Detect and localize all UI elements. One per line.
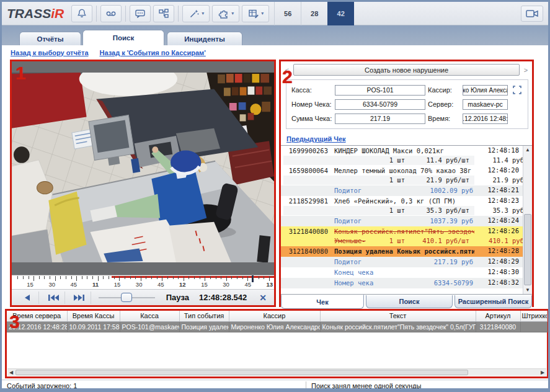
ruler-tick	[151, 276, 152, 279]
select-cashier-button[interactable]	[510, 85, 524, 95]
plugins-puzzle-button[interactable]: ▾	[212, 5, 239, 22]
hscroll-right-arrow[interactable]: ▶	[539, 369, 546, 376]
panel-tab-Расширенный Поиск[interactable]: Расширенный Поиск	[455, 295, 532, 308]
tab-Инциденты[interactable]: Инциденты	[167, 32, 242, 45]
field-value[interactable]: 29.12.2016 12:48:06	[463, 114, 508, 124]
previous-check-link[interactable]: Предыдущий Чек	[286, 135, 346, 143]
tab-Поиск[interactable]: Поиск	[82, 30, 164, 45]
receipt-item-name: КИНДЕР ШОКОЛАД Макси 0,021кг	[328, 146, 474, 156]
receipt-summary-amount	[473, 268, 474, 277]
receipt-sum: 11.4 руб	[469, 156, 524, 165]
status-bar: Событий загружено: 1 Поиск занял менее о…	[2, 380, 548, 391]
receipt-item-row[interactable]: 12:48:201659800064Меллер темный шоколад …	[281, 166, 523, 185]
receipt-item-name: Коньяк российск.пятилет"Пять звездочек" …	[328, 227, 474, 236]
toolbar-separator	[178, 6, 179, 22]
event-table-row[interactable]: 29.12.2016 12:48:2810.09.2011 17:58:21PO…	[7, 321, 547, 332]
event-cell: Коньяк российск.пятилет"Пять звездочек" …	[320, 321, 476, 332]
alarm-bell-icon	[76, 7, 88, 20]
ruler-tick	[264, 276, 264, 279]
field-value[interactable]: POS-101	[335, 85, 425, 96]
voicemail-button[interactable]	[100, 5, 122, 22]
scroll-down-arrow[interactable]: ▼	[523, 286, 532, 294]
column-header-Касса[interactable]: Касса	[120, 311, 179, 321]
receipt-summary-row[interactable]: 12:48:29Подитог217.19 руб	[281, 257, 523, 267]
messages-button[interactable]	[130, 5, 151, 22]
ruler-label: 12	[179, 281, 186, 288]
receipt-item-row[interactable]: 12:48:181699900263КИНДЕР ШОКОЛАД Макси 0…	[281, 146, 523, 166]
horizontal-scrollbar[interactable]: ◀ ▶	[7, 368, 546, 376]
event-cell: Мироненко Юлия Александровна	[229, 321, 320, 332]
receipt-time: 12:48:20	[487, 166, 519, 174]
counter-42[interactable]: 42	[327, 2, 354, 25]
receipt-name-wrap	[283, 176, 368, 185]
receipt-item-row[interactable]: 12:48:263121840080Коньяк российск.пятиле…	[281, 226, 523, 246]
column-header-Тип события[interactable]: Тип события	[179, 311, 229, 321]
column-header-Время Кассы[interactable]: Время Кассы	[67, 311, 120, 321]
hscroll-left-arrow[interactable]: ◀	[7, 369, 15, 376]
receipt-price: 11.4 руб/шт	[405, 156, 469, 165]
receipt-summary-line: Номер чека6334-50799	[283, 278, 474, 288]
video-region: 153045111530451215304513 Пауза 12:48:28.…	[10, 60, 276, 307]
receipt-article: 2118529981	[283, 197, 328, 206]
event-cell: POS-101@maskaev-pc	[120, 321, 179, 332]
speed-slider[interactable]	[99, 292, 155, 304]
ruler-tick	[200, 276, 200, 279]
receipt-summary-row[interactable]: 12:48:30Конец чека	[281, 267, 523, 278]
receipt-summary-line: Подитог1037.39 руб	[283, 216, 474, 226]
ruler-label: 15	[201, 281, 208, 288]
receipt-sum: 410.1 руб	[469, 236, 524, 246]
slider-thumb[interactable]	[121, 293, 132, 302]
jump-end-button[interactable]	[68, 292, 91, 304]
ruler-tick	[92, 276, 93, 279]
next-violation-button[interactable]: >	[523, 66, 529, 74]
panel-tab-Чек[interactable]: Чек	[281, 295, 364, 309]
close-player-button[interactable]: ✕	[259, 293, 267, 303]
field-value[interactable]: maskaev-pc	[463, 99, 508, 110]
ruler-label: 45	[157, 281, 164, 288]
wizard-wand-button[interactable]: ▾	[182, 5, 210, 22]
ruler-label: 30	[48, 281, 55, 288]
receipt-summary-row[interactable]: 12:48:24Подитог1037.39 руб	[281, 216, 523, 226]
column-header-Штрихкод[interactable]: Штрихкод	[520, 311, 547, 321]
receipt-item-row[interactable]: 12:48:232118529981Хлеб «Рейнский», 0,3 к…	[281, 196, 523, 216]
column-header-Кассир[interactable]: Кассир	[229, 311, 320, 321]
panel-tab-Поиск[interactable]: Поиск	[366, 295, 453, 308]
alarm-bell-button[interactable]	[71, 5, 92, 22]
scrollbar-thumb[interactable]	[524, 214, 531, 285]
field-value[interactable]: Мироненко Юлия Александровна	[463, 85, 508, 96]
ruler-tick	[125, 276, 125, 279]
back-link-1[interactable]: Назад к выбору отчёта	[11, 49, 89, 56]
ruler-tick	[76, 276, 77, 281]
step-back-button[interactable]	[16, 292, 39, 304]
camera-button[interactable]	[521, 6, 543, 22]
field-value[interactable]: 6334-50799	[335, 99, 425, 110]
column-header-Артикул[interactable]: Артикул	[476, 311, 520, 321]
events-table: Время сервераВремя КассыКассаТип события…	[7, 311, 548, 332]
receipt-line2: Уменьше-1 шт410.1 руб/шт410.1 руб	[283, 236, 474, 246]
create-violation-button[interactable]: Создать новое нарушение	[293, 64, 520, 76]
receipt-summary-row[interactable]: 12:48:32Номер чека6334-50799	[281, 278, 523, 288]
jump-start-button[interactable]	[42, 292, 65, 304]
receipt-summary-row[interactable]: 12:48:21Подитог1002.09 руб	[281, 185, 523, 196]
field-value[interactable]: 217.19	[335, 114, 425, 124]
hscroll-thumb[interactable]	[16, 370, 468, 375]
ruler-tick	[39, 276, 40, 279]
receipt-qty: 1 шт	[368, 176, 405, 185]
scroll-up-arrow[interactable]: ▲	[523, 146, 532, 154]
report-grid-button[interactable]: ▾	[242, 5, 269, 22]
timeline-ruler[interactable]: 153045111530451215304513	[12, 275, 274, 289]
counter-56[interactable]: 56	[274, 2, 301, 25]
video-letterbox-bottom	[12, 262, 274, 275]
video-frame[interactable]	[12, 61, 274, 275]
layout-tree-button[interactable]	[153, 5, 174, 22]
receipt-qty: 1 шт	[368, 156, 405, 165]
column-header-Текст[interactable]: Текст	[320, 311, 476, 321]
receipt-event-row[interactable]: 12:48:283121840080Позиция удалена Коньяк…	[281, 246, 523, 257]
receipt-rows: 12:48:181699900263КИНДЕР ШОКОЛАД Макси 0…	[281, 146, 523, 294]
layout-tree-icon	[157, 7, 170, 20]
back-link-2[interactable]: Назад к 'События по Кассирам'	[100, 49, 206, 56]
receipt-item-name: Позиция удалена Коньяк российск.пятилет"…	[328, 247, 474, 256]
receipt-scrollbar[interactable]: ▲ ▼	[523, 146, 532, 294]
tab-Отчёты[interactable]: Отчёты	[19, 32, 81, 45]
counter-28[interactable]: 28	[301, 2, 327, 25]
